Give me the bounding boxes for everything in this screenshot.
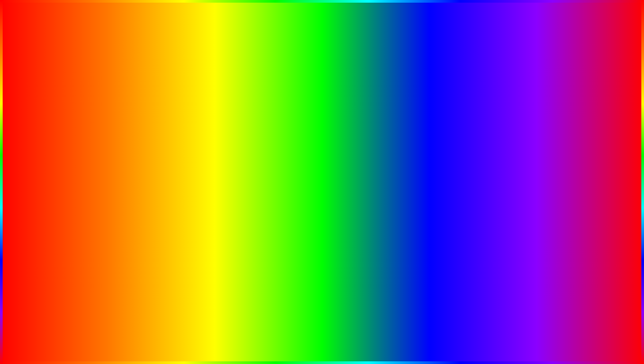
logo-fruits-text: FRUITS — [580, 343, 611, 354]
mastery-label: Mastery — [183, 184, 196, 188]
p2-user-stats: Hr(s) : 0 Min(s) : 4 Sec(s) : 34 [Ping] … — [460, 121, 555, 125]
auto-bf-mastery-row: Auto BF Mastery — [118, 191, 261, 205]
p2-ping-label: [Ping] : — [516, 121, 526, 125]
panel-2: △ B Blox Fruit Update 18 [Time] : 08:13:… — [380, 100, 560, 220]
p2-min-value: 4 — [491, 121, 493, 125]
p2-sidebar-settings[interactable]: Settings — [381, 142, 410, 152]
monster-select-row[interactable]: Select Monster : ▼ — [118, 157, 261, 166]
auto-kill-law-row: Auto Kill Law — [413, 202, 556, 216]
start-auto-farm-icon — [121, 136, 131, 146]
svg-rect-0 — [125, 141, 126, 142]
sidebar-item-racev4[interactable]: Race V4 — [85, 161, 115, 171]
p2-sidebar-main[interactable]: Main — [381, 132, 410, 142]
p2-sidebar-weapons[interactable]: Weapons — [381, 152, 410, 161]
p2-sidebar-player[interactable]: Player — [381, 181, 410, 190]
p2-sidebar-teleport[interactable]: Teleport — [381, 190, 410, 200]
p2-time-value: 08:13:02 — [459, 106, 474, 110]
auto-kill-law-label: Auto Kill Law — [429, 207, 546, 212]
pastebin-text: PASTEBIN — [401, 327, 501, 350]
auto-bf-mastery-icon — [121, 193, 131, 203]
logo-bottom-right: ☠ BLOX FRUITS — [573, 318, 617, 357]
panel-2-body: Main Settings Weapons Race V4 Stats Play… — [381, 131, 559, 219]
bottom-bar: AUTO FARM SCRIPT PASTEBIN — [0, 321, 644, 356]
start-auto-farm-checkbox[interactable] — [253, 138, 258, 143]
panel-2-content: Auto Awake Next Island \\ Law Dungeon // — [411, 131, 559, 219]
script-text: SCRIPT — [322, 327, 396, 350]
panel-1: △ ULULUK Blox Fruit Update 18 [Time] : 0… — [84, 100, 265, 220]
title-text: BLOX FRUITS — [0, 7, 644, 60]
panel-1-body: Main Settings Weapons Race V4 Stats Play… — [85, 131, 264, 208]
p2-sidebar-racev4[interactable]: Race V4 — [381, 161, 410, 171]
farm-selected-label: Farm Selected Monster — [133, 172, 250, 177]
auto-farm-text: AUTO FARM — [143, 321, 315, 356]
svg-rect-4 — [420, 177, 422, 179]
p2-fps-label: [FPS] : — [478, 106, 489, 110]
p2-fps-value: 30 — [493, 106, 497, 110]
sidebar-item-settings[interactable]: Settings — [85, 142, 115, 152]
monster-dropdown[interactable]: ▼ — [254, 159, 258, 164]
sidebar-item-player[interactable]: Player — [85, 181, 115, 190]
sidebar-item-teleport[interactable]: Teleport — [85, 190, 115, 200]
p1-user-stats: Hr(s) : 0 Min(s) : 3 Sec(s) : 58 [Ping] … — [167, 121, 260, 125]
skull-icon: ☠ — [591, 322, 600, 333]
auto-buy-law-chip-row: Auto Buy Law Chip — [413, 170, 556, 184]
svg-rect-3 — [420, 141, 422, 142]
farm-selected-checkbox[interactable] — [253, 172, 258, 177]
p1-ping-label: [Ping] : — [222, 121, 233, 125]
p1-sec-label: Sec(s) : — [202, 121, 213, 125]
panel-1-logo: △ — [89, 103, 98, 113]
main-title: BLOX FRUITS — [0, 7, 644, 60]
svg-rect-6 — [420, 209, 422, 211]
logo-blox-text: BLOX — [583, 333, 607, 343]
p2-sidebar-stats[interactable]: Stats — [381, 171, 410, 181]
sidebar-item-main[interactable]: Main — [85, 132, 115, 142]
sidebar-item-weapons[interactable]: Weapons — [85, 152, 115, 161]
auto-awake-row: Auto Awake — [413, 134, 556, 148]
auto-buy-law-chip-icon — [416, 172, 426, 182]
start-auto-farm-label: Start Auto Farm — [133, 138, 250, 143]
panel-2-user-row: 👤 XxArSendxX Hr(s) : 0 Min(s) : 4 Sec(s)… — [381, 115, 559, 131]
p1-time-label: [Time] : — [162, 106, 174, 110]
p1-time-value: 08:12:27 — [178, 106, 192, 110]
monster-select-label: Select Monster : — [121, 159, 152, 164]
farm-selected-icon — [121, 170, 131, 180]
auto-start-law-dungeon-checkbox[interactable] — [548, 191, 554, 196]
panel-1-sidebar: Main Settings Weapons Race V4 Stats Play… — [85, 131, 115, 208]
mastery-line-right — [199, 186, 261, 187]
auto-start-law-dungeon-icon — [416, 188, 426, 198]
divider-line-left — [118, 152, 182, 153]
panel-1-content: Start Auto Farm Other Select Monster : ▼ — [115, 131, 264, 208]
dungeon-line-right — [502, 166, 556, 166]
mastery-divider: Mastery — [118, 184, 261, 189]
p2-time-label: [Time] : — [443, 106, 455, 110]
p2-min-label: Min(s) : — [477, 121, 488, 125]
divider-line-right — [197, 152, 261, 153]
auto-start-law-dungeon-label: Auto Start Law Dungeon — [429, 191, 546, 196]
p2-username: XxArSendxX — [399, 121, 425, 126]
auto-kill-law-checkbox[interactable] — [548, 207, 554, 212]
auto-buy-law-chip-label: Auto Buy Law Chip — [429, 175, 546, 180]
panel-1-header: △ ULULUK Blox Fruit Update 18 [Time] : 0… — [85, 101, 264, 115]
p2-avatar: 👤 — [384, 117, 396, 129]
panel-2-logo: △ — [384, 103, 393, 113]
svg-rect-2 — [125, 198, 126, 199]
next-island-button[interactable]: Next Island — [413, 150, 556, 161]
dungeon-divider: \\ Law Dungeon // — [413, 163, 556, 168]
mastery-line-left — [118, 186, 180, 187]
start-auto-farm-row: Start Auto Farm — [118, 134, 261, 148]
p2-sec-value: 34 — [510, 121, 513, 125]
panel-2-header: △ B Blox Fruit Update 18 [Time] : 08:13:… — [381, 101, 559, 115]
other-divider: Other — [118, 150, 261, 155]
auto-buy-law-chip-checkbox[interactable] — [548, 175, 554, 180]
svg-rect-5 — [420, 193, 422, 195]
auto-awake-checkbox[interactable] — [548, 138, 554, 143]
p2-sec-label: Sec(s) : — [495, 121, 507, 125]
p1-ping-value: 87.031 (15%CV) — [236, 121, 260, 125]
sidebar-item-stats[interactable]: Stats — [85, 171, 115, 181]
auto-bf-mastery-label: Auto BF Mastery — [133, 196, 250, 200]
p2-ping-value: 83.8054 (24%CV) — [529, 121, 556, 125]
auto-awake-icon — [416, 136, 426, 146]
p2-hr-value: 0 — [472, 121, 474, 125]
p1-hr-label: Hr(s) : — [167, 121, 177, 125]
auto-bf-mastery-checkbox[interactable] — [253, 195, 258, 201]
